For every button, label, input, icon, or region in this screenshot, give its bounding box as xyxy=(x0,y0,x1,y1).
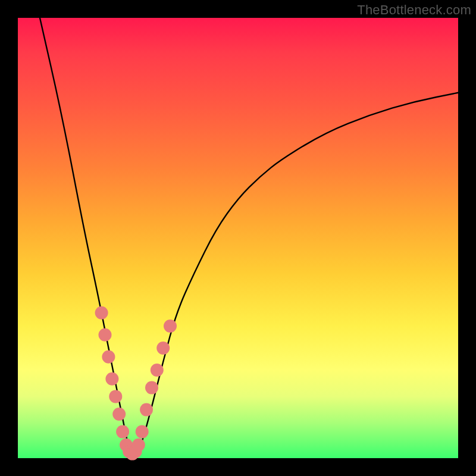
marker-dot xyxy=(136,425,149,439)
marker-dot xyxy=(145,381,158,394)
marker-dot xyxy=(109,390,122,403)
marker-dot xyxy=(156,342,170,355)
marker-dot xyxy=(105,372,118,386)
marker-dot xyxy=(116,425,129,439)
marker-dot xyxy=(99,328,112,342)
bottleneck-curve xyxy=(40,18,458,454)
marker-dot xyxy=(112,408,126,421)
watermark-text: TheBottleneck.com xyxy=(357,2,471,18)
curve-svg xyxy=(18,18,458,458)
marker-dot xyxy=(95,306,108,320)
marker-dot xyxy=(151,364,164,377)
plot-area xyxy=(18,18,458,458)
marker-dot xyxy=(164,320,177,333)
marker-dot xyxy=(140,403,153,416)
marker-dot xyxy=(102,350,115,364)
chart-frame: TheBottleneck.com xyxy=(0,0,476,476)
marker-dot xyxy=(132,439,145,452)
marker-group xyxy=(95,306,177,461)
